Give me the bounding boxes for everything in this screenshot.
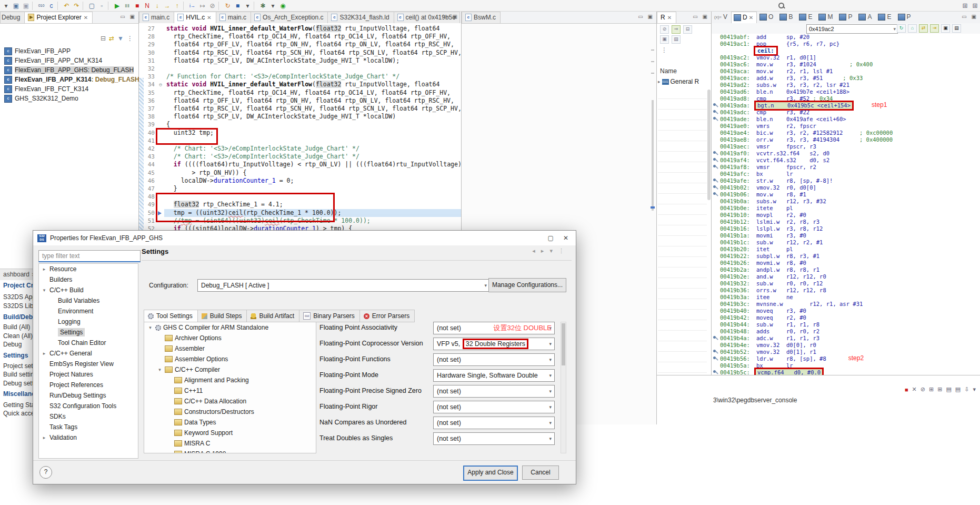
disassembly-listing[interactable]: 00419abf:add sp, #2000419ac1:pop {r5, r6… bbox=[712, 34, 980, 376]
tool-tree-item[interactable]: MISRA C 1998 bbox=[144, 449, 316, 453]
skip-breakpoints-icon[interactable]: ⊘ bbox=[207, 1, 217, 11]
manage-configurations-button[interactable]: Manage Configurations... bbox=[488, 278, 566, 292]
dashboard-entry[interactable]: Debug sett bbox=[3, 380, 34, 387]
dropdown-icon[interactable]: ▾ bbox=[243, 1, 253, 11]
asm-row[interactable]: 00419b06:mov.w r8, #1 bbox=[712, 191, 980, 198]
dialog-tree-item[interactable]: ▸Resource bbox=[39, 264, 138, 274]
asm-row[interactable]: 00419ae0:vmrs r2, fpscr bbox=[712, 123, 980, 130]
close-icon[interactable]: ✕ bbox=[749, 15, 753, 21]
tab-binary-parsers[interactable]: 010Binary Parsers bbox=[299, 310, 360, 322]
code-line[interactable]: 34⊖static void HVIL_inner_default_WaterF… bbox=[139, 81, 461, 88]
fp-option-combo[interactable]: (not set)▾ bbox=[433, 401, 555, 413]
tab-tool-settings[interactable]: Tool Settings bbox=[144, 310, 198, 322]
console-icon-0[interactable]: ■ bbox=[905, 387, 908, 393]
tab-build-artifact[interactable]: Build Artifact bbox=[246, 310, 299, 322]
asm-row[interactable]: 00419b10:movpl r2, #0 bbox=[712, 212, 980, 219]
undo-icon[interactable]: ↶ bbox=[62, 1, 72, 11]
asm-row[interactable]: 00419adc:cmp r3, #22 bbox=[712, 109, 980, 116]
dashboard-entry[interactable]: Quick acce bbox=[3, 410, 34, 417]
cancel-button[interactable]: Cancel bbox=[522, 466, 559, 480]
asm-row[interactable]: 00419ada:bgt.n 0x419b5c <ceil+154>step1 bbox=[712, 102, 980, 109]
asm-row[interactable]: 00419b42:moveq r2, #0 bbox=[712, 314, 980, 321]
code-line[interactable]: 35 rtp_CheckTime, float64 rtp_OC14_HV, f… bbox=[139, 89, 461, 97]
dashboard-entry[interactable]: Getting Sta bbox=[3, 401, 35, 409]
chevron-down-icon[interactable]: ▾ bbox=[147, 325, 153, 330]
tool-tree-item[interactable]: ▾C/C++ Compiler bbox=[144, 364, 316, 375]
new-register-group-icon[interactable]: ▣ bbox=[660, 35, 669, 44]
dialog-scrollbar[interactable] bbox=[561, 322, 566, 453]
tab-main-c[interactable]: cmain.c bbox=[216, 12, 251, 23]
asm-row[interactable]: 00419b12:lslmi.w r2, r8, r3 bbox=[712, 219, 980, 225]
console-icon-4[interactable]: ⊞ bbox=[937, 386, 942, 393]
apply-and-close-button[interactable]: Apply and Close bbox=[463, 466, 518, 481]
tab-debug[interactable]: Debug bbox=[0, 12, 25, 23]
collapse-icon[interactable]: ⊟ bbox=[683, 25, 692, 34]
chevron-right-icon[interactable]: ▸ bbox=[41, 266, 47, 272]
filter-icon[interactable]: ▼ bbox=[117, 35, 124, 45]
dashboard-entry[interactable]: Debug bbox=[3, 341, 22, 348]
dialog-tree-item[interactable]: ▾C/C++ Build bbox=[39, 285, 138, 295]
dialog-tree-item[interactable]: ▸Validation bbox=[39, 432, 138, 443]
tab-registers[interactable]: R✕ bbox=[657, 12, 676, 23]
asm-row[interactable]: 00419b26:movmi.w r8, #0 bbox=[712, 260, 980, 266]
debug-config-icon[interactable]: ✱ bbox=[258, 1, 268, 11]
minimize-maximize-icons[interactable]: ▭ ▣ bbox=[120, 14, 136, 19]
asm-row[interactable]: 00419b5a:bx lr bbox=[712, 362, 980, 369]
asm-row[interactable]: 00419b3a:itee ne bbox=[712, 294, 980, 301]
registers-scrollbar[interactable] bbox=[707, 90, 711, 200]
dialog-tree-item[interactable]: EmbSys Register View bbox=[39, 359, 138, 369]
asm-row[interactable]: 00419b36:orrs.w r12, r12, r8 bbox=[712, 287, 980, 294]
asm-row[interactable]: 00419af8:vmsr fpscr, r2 bbox=[712, 164, 980, 171]
tool-tree-item[interactable]: Archiver Options bbox=[144, 333, 316, 343]
new-dropdown-icon[interactable]: ▾ bbox=[1, 1, 11, 11]
tab-hvil-c[interactable]: cHVIL.c✕ bbox=[174, 12, 216, 23]
asm-row[interactable]: 00419ae8:orr.w r3, r3, #4194304 ; 0x4000… bbox=[712, 136, 980, 143]
code-line[interactable]: 45 > rtp_ON_HV)) { bbox=[139, 169, 461, 177]
tab-error-parsers[interactable]: ✕Error Parsers bbox=[359, 310, 415, 322]
step-over-icon[interactable]: → bbox=[162, 1, 172, 11]
tool-tree-item[interactable]: Constructors/Destructors bbox=[144, 407, 316, 417]
asm-row[interactable]: 00419b44:sub.w r1, r1, r8 bbox=[712, 321, 980, 328]
asm-row[interactable]: 00419b20:itet pl bbox=[712, 246, 980, 253]
tool-tree-item[interactable]: Keyword Support bbox=[144, 428, 316, 438]
marker-icon[interactable]: ▫ bbox=[97, 1, 107, 11]
maximize-icon[interactable]: ▢ bbox=[548, 234, 554, 242]
dashboard-entry[interactable]: Build (All) bbox=[3, 323, 30, 331]
new-view-icon[interactable]: ▣ bbox=[941, 24, 950, 33]
dialog-tree-item[interactable]: ▸C/C++ General bbox=[39, 348, 138, 359]
run-config-icon[interactable]: ◉ bbox=[278, 1, 288, 11]
instruction-stepping-icon[interactable]: i→ bbox=[187, 1, 197, 11]
collapse-all-icon[interactable]: ⊟ bbox=[101, 35, 106, 45]
tool-tree-item[interactable]: Assembler bbox=[144, 343, 316, 354]
tab-v[interactable]: (x)=V bbox=[712, 11, 731, 23]
dialog-tree-item[interactable]: SDKs bbox=[39, 411, 138, 422]
dashboard-entry[interactable]: Project sett bbox=[3, 362, 35, 370]
dialog-tree-item[interactable]: Project References bbox=[39, 380, 138, 390]
tool-tree-item[interactable]: C++11 bbox=[144, 385, 316, 396]
c-file-icon[interactable]: c bbox=[46, 1, 56, 11]
tab-b[interactable]: B bbox=[777, 11, 796, 23]
fp-option-combo[interactable]: Hardware Single, Software Double▾ bbox=[433, 369, 555, 382]
dialog-tree-item[interactable]: Tool Chain Editor bbox=[39, 338, 138, 348]
console-icon-5[interactable]: ▤ bbox=[946, 386, 951, 393]
cpp-perspective-icon[interactable]: ⊞ bbox=[970, 1, 980, 11]
tab-m[interactable]: M bbox=[816, 11, 836, 23]
view-menu-icon[interactable]: ⋮ bbox=[661, 46, 667, 54]
open-perspective-icon[interactable]: ⊞ bbox=[960, 1, 970, 11]
home-icon[interactable]: ⌂ bbox=[908, 24, 917, 33]
console-icon-8[interactable]: ▾ bbox=[973, 386, 976, 393]
fp-option-combo[interactable]: VFP v5, 32 Double Registers▾ bbox=[433, 338, 555, 350]
console-icon-3[interactable]: ⊞ bbox=[929, 386, 934, 393]
history-nav-icons[interactable]: ◂ ▸ ▾ ⋮ bbox=[532, 247, 566, 254]
tool-tree-item[interactable]: Alignment and Packing bbox=[144, 375, 316, 385]
code-line[interactable]: 36 float64 rtp_OFF_LV, float64 rtp_ON_HV… bbox=[139, 97, 461, 105]
tab-s32k314-flash-ld[interactable]: cS32K314_flash.ld bbox=[327, 12, 394, 23]
follow-pc-icon[interactable]: ⇥ bbox=[930, 24, 939, 33]
asm-row[interactable]: 00419b2a:andpl.w r8, r8, r1 bbox=[712, 266, 980, 273]
dialog-tree-item[interactable]: S32 Configuration Tools bbox=[39, 401, 138, 411]
refresh-icon[interactable]: ↻ bbox=[897, 24, 906, 33]
resume-icon[interactable]: ▶ bbox=[112, 1, 122, 11]
dialog-titlebar[interactable]: S32DS Properties for FlexEvan_IFB_APP_GH… bbox=[33, 231, 576, 245]
console-icon-1[interactable]: ✕ bbox=[912, 386, 917, 393]
configuration-combo[interactable]: Debug_FLASH [ Active ]▾ bbox=[197, 279, 490, 292]
